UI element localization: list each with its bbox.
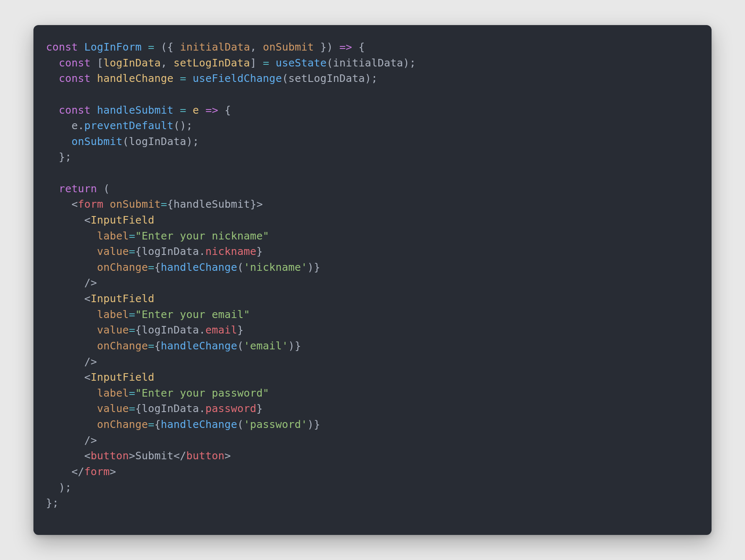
brace-open: { bbox=[167, 41, 173, 53]
str-email-label: "Enter your email" bbox=[135, 308, 250, 321]
angle-close: > bbox=[256, 198, 263, 210]
param-e: e bbox=[193, 104, 199, 116]
operator-eq: = bbox=[148, 261, 154, 273]
paren-close: ) bbox=[403, 57, 409, 69]
brace-open: { bbox=[154, 418, 161, 430]
keyword-const: const bbox=[59, 104, 91, 116]
operator-eq: = bbox=[129, 245, 135, 257]
component-LogInForm: LogInForm bbox=[84, 41, 142, 53]
var-setLogInData: setLogInData bbox=[173, 57, 250, 69]
brace-close: } bbox=[237, 324, 244, 336]
arg-setLogInData: setLogInData bbox=[288, 72, 365, 84]
str-email: 'email' bbox=[244, 340, 288, 352]
tag-form: form bbox=[78, 198, 103, 210]
tag-selfclose: /> bbox=[84, 356, 97, 368]
brace-close: } bbox=[320, 41, 327, 53]
expr-logInData: logInData bbox=[142, 245, 199, 257]
brace-close: } bbox=[314, 261, 320, 273]
fn-preventDefault: preventDefault bbox=[84, 120, 174, 132]
brace-close: } bbox=[250, 198, 256, 210]
paren-close: ) bbox=[307, 261, 314, 273]
operator-eq: = bbox=[180, 104, 186, 116]
attr-onChange: onChange bbox=[97, 261, 148, 273]
operator-eq: = bbox=[129, 402, 135, 415]
operator-eq: = bbox=[129, 230, 135, 242]
attr-onChange: onChange bbox=[97, 418, 148, 430]
prop-email: email bbox=[205, 324, 237, 336]
semi: ; bbox=[65, 481, 71, 494]
operator-arrow: => bbox=[339, 41, 352, 53]
tag-selfclose: /> bbox=[84, 277, 97, 289]
attr-label: label bbox=[97, 308, 129, 321]
brace-close: } bbox=[295, 340, 301, 352]
paren-close: ) bbox=[288, 340, 295, 352]
fn-onSubmit: onSubmit bbox=[71, 135, 122, 148]
param-onSubmit: onSubmit bbox=[263, 41, 314, 53]
brace-close: } bbox=[314, 418, 320, 430]
brace-close: } bbox=[46, 497, 52, 509]
attr-onSubmit: onSubmit bbox=[110, 198, 161, 210]
operator-eq: = bbox=[148, 340, 154, 352]
attr-label: label bbox=[97, 387, 129, 399]
str-password-label: "Enter your password" bbox=[135, 387, 269, 399]
paren-open: ( bbox=[237, 340, 244, 352]
angle-close: > bbox=[110, 466, 116, 478]
angle-open-slash: </ bbox=[71, 466, 84, 478]
paren-close: ) bbox=[186, 135, 193, 148]
prop-nickname: nickname bbox=[205, 245, 256, 257]
operator-eq: = bbox=[148, 418, 154, 430]
paren-close: ) bbox=[180, 120, 186, 132]
tag-button: button bbox=[91, 450, 129, 462]
brace-close: } bbox=[256, 245, 263, 257]
var-e: e bbox=[71, 120, 78, 132]
tag-InputField: InputField bbox=[91, 293, 155, 305]
keyword-return: return bbox=[59, 183, 97, 195]
brace-close: } bbox=[256, 402, 263, 415]
bracket-close: ] bbox=[250, 57, 256, 69]
expr-handleSubmit: handleSubmit bbox=[173, 198, 250, 210]
paren-open: ( bbox=[237, 261, 244, 273]
angle-close: > bbox=[129, 450, 135, 462]
keyword-const: const bbox=[59, 72, 91, 84]
angle-open: < bbox=[84, 293, 91, 305]
brace-open: { bbox=[225, 104, 231, 116]
str-nickname-label: "Enter your nickname" bbox=[135, 230, 269, 242]
semi: ; bbox=[186, 120, 193, 132]
semi: ; bbox=[65, 151, 71, 163]
var-handleChange: handleChange bbox=[97, 72, 173, 84]
keyword-const: const bbox=[46, 41, 78, 53]
fn-handleChange: handleChange bbox=[161, 418, 237, 430]
operator-eq: = bbox=[129, 308, 135, 321]
angle-open: < bbox=[71, 198, 78, 210]
angle-open-slash: </ bbox=[173, 450, 186, 462]
angle-close: > bbox=[225, 450, 231, 462]
paren-open: ( bbox=[237, 418, 244, 430]
operator-eq: = bbox=[263, 57, 269, 69]
operator-arrow: => bbox=[205, 104, 218, 116]
text-submit: Submit bbox=[135, 450, 174, 462]
attr-value: value bbox=[97, 324, 129, 336]
paren-open: ( bbox=[103, 183, 110, 195]
operator-eq: = bbox=[129, 387, 135, 399]
comma: , bbox=[161, 57, 167, 69]
param-initialData: initialData bbox=[180, 41, 250, 53]
paren-open: ( bbox=[122, 135, 129, 148]
code-block[interactable]: const LogInForm = ({ initialData, onSubm… bbox=[46, 39, 699, 511]
brace-open: { bbox=[135, 245, 142, 257]
brace-open: { bbox=[359, 41, 365, 53]
semi: ; bbox=[410, 57, 416, 69]
fn-handleChange: handleChange bbox=[161, 261, 237, 273]
brace-open: { bbox=[135, 324, 142, 336]
paren-open: ( bbox=[161, 41, 167, 53]
operator-eq: = bbox=[129, 324, 135, 336]
prop-password: password bbox=[205, 402, 256, 415]
paren-open: ( bbox=[327, 57, 333, 69]
dot: . bbox=[199, 402, 205, 415]
fn-useState: useState bbox=[276, 57, 327, 69]
brace-close: } bbox=[59, 151, 65, 163]
operator-eq: = bbox=[161, 198, 167, 210]
fn-handleChange: handleChange bbox=[161, 340, 237, 352]
arg-initialData: initialData bbox=[333, 57, 403, 69]
expr-logInData: logInData bbox=[142, 324, 199, 336]
brace-open: { bbox=[135, 402, 142, 415]
